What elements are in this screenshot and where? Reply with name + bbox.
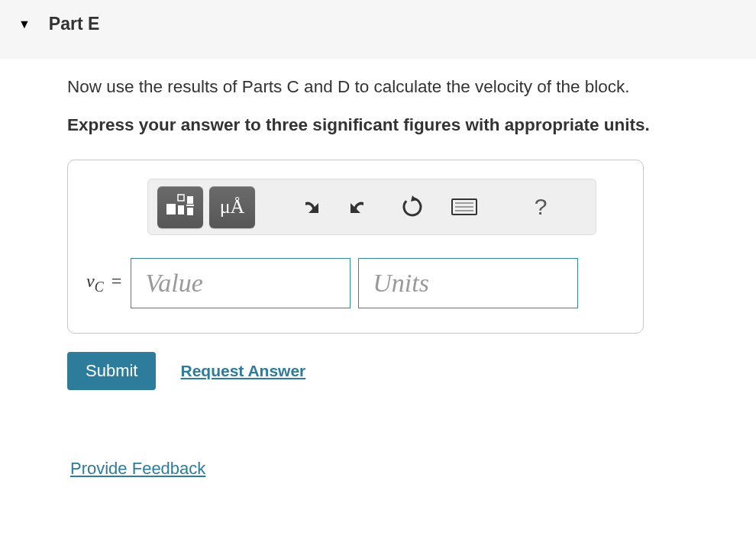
redo-button[interactable]	[338, 186, 383, 228]
instruction-text: Now use the results of Parts C and D to …	[67, 76, 756, 98]
svg-rect-5	[186, 205, 194, 206]
help-button[interactable]: ?	[518, 186, 564, 228]
symbols-icon: μÅ	[220, 195, 245, 218]
reset-icon	[401, 195, 424, 218]
help-icon: ?	[535, 194, 548, 220]
templates-button[interactable]	[157, 186, 203, 228]
variable-label: vC =	[86, 271, 121, 295]
keyboard-button[interactable]	[441, 186, 487, 228]
request-answer-link[interactable]: Request Answer	[180, 362, 305, 380]
svg-rect-0	[166, 204, 176, 215]
answer-panel: μÅ	[67, 160, 644, 334]
undo-icon	[296, 196, 321, 218]
submit-button[interactable]: Submit	[67, 352, 156, 390]
equation-toolbar: μÅ	[147, 179, 596, 235]
svg-rect-1	[178, 195, 184, 201]
part-title: Part E	[49, 14, 99, 34]
templates-icon	[165, 193, 195, 221]
actions-row: Submit Request Answer	[67, 352, 756, 390]
value-input[interactable]	[131, 258, 351, 308]
undo-button[interactable]	[286, 186, 331, 228]
part-body: Now use the results of Parts C and D to …	[0, 59, 756, 479]
answer-input-row: vC =	[86, 258, 625, 308]
svg-rect-3	[187, 196, 193, 204]
reset-button[interactable]	[389, 186, 435, 228]
redo-icon	[348, 196, 373, 218]
svg-rect-2	[178, 205, 184, 215]
caret-down-icon: ▼	[18, 18, 31, 31]
provide-feedback-link[interactable]: Provide Feedback	[70, 459, 205, 479]
symbols-button[interactable]: μÅ	[209, 186, 255, 228]
units-input[interactable]	[358, 258, 578, 308]
hint-text: Express your answer to three significant…	[67, 115, 756, 135]
keyboard-icon	[451, 198, 477, 215]
svg-rect-4	[187, 208, 193, 215]
part-header[interactable]: ▼ Part E	[0, 0, 756, 59]
